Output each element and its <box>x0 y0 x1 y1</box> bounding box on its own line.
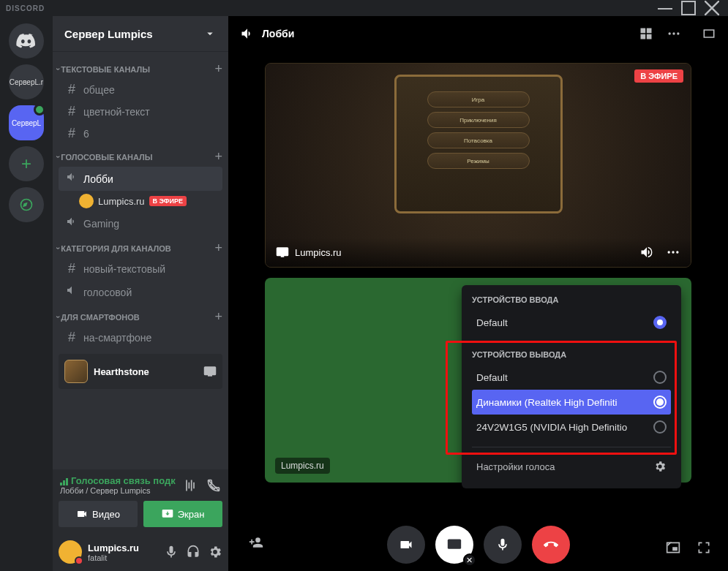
popout-icon[interactable] <box>702 26 716 41</box>
svg-point-2 <box>677 32 679 34</box>
category-other[interactable]: КАТЕГОРИЯ ДЛЯ КАНАЛОВ+ <box>53 236 228 257</box>
user-avatar <box>79 194 94 208</box>
speaker-icon <box>64 214 79 232</box>
grid-view-icon[interactable] <box>639 26 653 41</box>
channel-voice-lobby[interactable]: Лобби <box>59 167 222 191</box>
speaker-icon <box>64 283 79 301</box>
input-option[interactable]: Default <box>472 310 671 335</box>
invite-user-button[interactable] <box>247 535 265 552</box>
more-icon[interactable] <box>666 245 680 260</box>
voice-channel-path: Лобби / Сервер Lumpics <box>60 486 183 495</box>
noise-suppress-icon[interactable] <box>183 478 198 493</box>
radio-icon <box>653 396 667 409</box>
maximize-button[interactable] <box>678 1 699 15</box>
channel-text[interactable]: #на-смартфоне <box>59 327 222 348</box>
channel-text[interactable]: #новый-текстовый <box>59 258 222 279</box>
screen-share-button[interactable]: Экран <box>143 501 222 527</box>
channel-voice[interactable]: Gaming <box>59 211 222 235</box>
more-icon[interactable] <box>667 26 681 41</box>
game-icon <box>64 360 88 383</box>
voice-connected: Голосовая связь подк <box>60 475 183 486</box>
streamer-name: Lumpics.ru <box>295 247 342 258</box>
live-badge: В ЭФИРЕ <box>634 69 683 83</box>
speaker-icon <box>64 170 79 188</box>
voice-user[interactable]: Lumpics.ruВ ЭФИРЕ <box>53 192 228 211</box>
add-channel-button[interactable]: + <box>214 149 222 165</box>
stream-icon[interactable] <box>203 364 217 379</box>
activity-card[interactable]: Hearthstone <box>59 354 222 389</box>
server-name: Сервер Lumpics <box>64 28 153 40</box>
channel-title: Лобби <box>240 26 294 41</box>
stream-tile[interactable]: Игра Приключения Потасовка Режимы В ЭФИР… <box>265 63 691 268</box>
radio-icon <box>653 316 667 329</box>
hash-icon: # <box>64 104 79 119</box>
category-voice[interactable]: ГОЛОСОВЫЕ КАНАЛЫ+ <box>53 145 228 166</box>
speaker-icon <box>240 26 255 41</box>
user-panel: Lumpics.ru fatalit <box>53 533 228 571</box>
app-brand: DISCORD <box>6 4 45 12</box>
voice-status-panel: Голосовая связь подк Лобби / Сервер Lump… <box>53 469 228 501</box>
hash-icon: # <box>64 126 79 141</box>
headphones-icon[interactable] <box>186 545 200 559</box>
minimize-button[interactable] <box>655 1 675 15</box>
explore-button[interactable] <box>9 187 44 222</box>
voice-settings-link[interactable]: Настройки голоса <box>472 455 671 478</box>
category-text[interactable]: ТЕКСТОВЫЕ КАНАЛЫ+ <box>53 57 228 78</box>
close-button[interactable] <box>702 1 722 15</box>
input-section-title: УСТРОЙСТВО ВВОДА <box>472 295 671 304</box>
pip-icon[interactable] <box>665 540 681 555</box>
fullscreen-icon[interactable] <box>696 540 712 555</box>
hash-icon: # <box>64 330 79 345</box>
home-button[interactable] <box>9 23 44 58</box>
activity-name: Hearthstone <box>94 366 198 377</box>
svg-point-5 <box>676 251 678 253</box>
output-option[interactable]: Default <box>472 365 671 390</box>
hangup-button[interactable] <box>532 526 570 564</box>
server-header[interactable]: Сервер Lumpics <box>53 16 228 51</box>
radio-icon <box>653 371 667 384</box>
channel-text[interactable]: #6 <box>59 123 222 144</box>
user-status: fatalit <box>88 553 158 562</box>
camera-button[interactable] <box>387 526 425 564</box>
add-channel-button[interactable]: + <box>214 241 222 256</box>
mute-button[interactable] <box>484 526 522 564</box>
video-button[interactable]: Видео <box>59 501 138 527</box>
svg-point-4 <box>672 251 674 253</box>
hash-icon: # <box>64 82 79 97</box>
stop-share-button[interactable]: ✕ <box>435 526 473 564</box>
add-server-button[interactable]: + <box>9 146 44 181</box>
online-indicator <box>34 104 45 116</box>
channel-text[interactable]: #цветной-текст <box>59 101 222 122</box>
channel-voice[interactable]: голосовой <box>59 280 222 304</box>
hash-icon: # <box>64 261 79 276</box>
user-avatar[interactable] <box>59 540 82 564</box>
svg-point-3 <box>668 251 670 253</box>
self-tile[interactable]: Lumpics.ru УСТРОЙСТВО ВВОДА Default УСТР… <box>265 278 691 483</box>
volume-icon[interactable] <box>639 245 654 260</box>
svg-point-1 <box>672 32 675 34</box>
mic-icon[interactable] <box>164 545 179 559</box>
category-smart[interactable]: ДЛЯ СМАРТФОНОВ+ <box>53 305 228 326</box>
close-badge-icon: ✕ <box>463 553 476 567</box>
settings-icon[interactable] <box>208 545 222 559</box>
radio-icon <box>653 420 667 434</box>
gear-icon <box>653 459 667 474</box>
game-menu: Игра Приключения Потасовка Режимы <box>394 75 563 213</box>
monitor-icon <box>276 245 289 260</box>
add-channel-button[interactable]: + <box>214 61 222 77</box>
output-option[interactable]: Динамики (Realtek High Definiti <box>472 390 671 415</box>
output-section-title: УСТРОЙСТВО ВЫВОДА <box>472 350 671 359</box>
dnd-status-icon <box>75 556 83 565</box>
add-channel-button[interactable]: + <box>214 309 222 325</box>
chevron-down-icon <box>203 26 217 41</box>
server-1[interactable]: СерверL.r <box>9 64 44 99</box>
disconnect-icon[interactable] <box>206 478 221 493</box>
live-badge: В ЭФИРЕ <box>149 196 187 206</box>
server-2[interactable]: СерверL <box>9 105 44 140</box>
server-list: СерверL.r СерверL + <box>0 16 53 571</box>
audio-settings-popup: УСТРОЙСТВО ВВОДА Default УСТРОЙСТВО ВЫВО… <box>462 285 681 488</box>
output-option[interactable]: 24V2W1G5 (NVIDIA High Definitio <box>472 415 671 439</box>
username: Lumpics.ru <box>88 542 158 553</box>
channel-text[interactable]: #общее <box>59 79 222 100</box>
svg-point-0 <box>669 32 671 34</box>
